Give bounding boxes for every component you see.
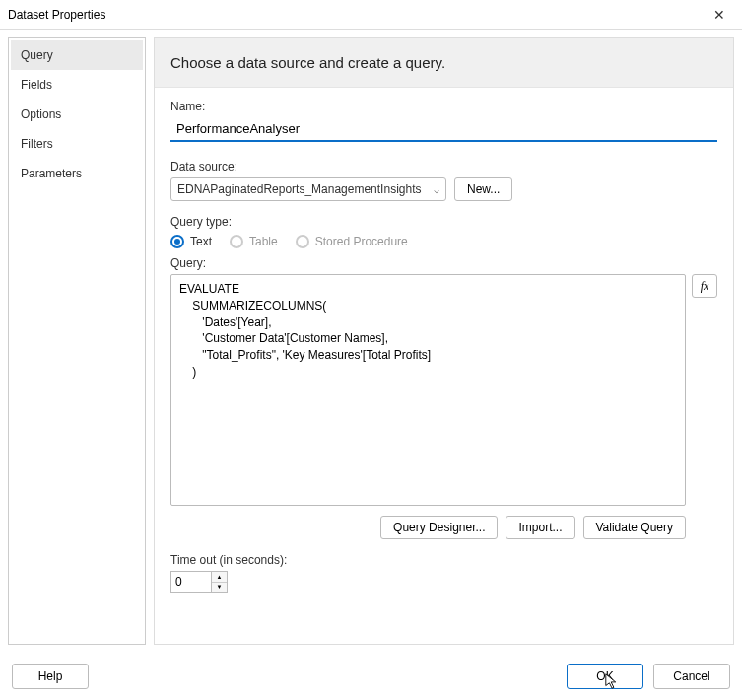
- import-button[interactable]: Import...: [506, 516, 574, 539]
- querytype-text-label: Text: [190, 235, 212, 248]
- help-button[interactable]: Help: [12, 664, 89, 689]
- datasource-label: Data source:: [170, 160, 717, 174]
- close-icon[interactable]: ✕: [705, 7, 734, 23]
- querytype-text-radio[interactable]: Text: [170, 235, 212, 248]
- radio-icon: [170, 235, 184, 248]
- sidebar-item-parameters[interactable]: Parameters: [11, 159, 143, 188]
- querytype-table-radio: Table: [230, 235, 278, 248]
- querytype-stored-label: Stored Procedure: [315, 235, 408, 248]
- dialog-footer: Help OK Cancel: [0, 653, 742, 700]
- ok-button[interactable]: OK: [567, 664, 643, 689]
- sidebar-item-query[interactable]: Query: [11, 40, 143, 70]
- querytype-label: Query type:: [170, 215, 717, 229]
- expression-builder-button[interactable]: fx: [692, 274, 717, 298]
- spinner-up-icon[interactable]: ▲: [212, 572, 227, 583]
- radio-icon: [230, 235, 243, 248]
- query-label: Query:: [170, 256, 717, 270]
- querytype-stored-radio: Stored Procedure: [296, 235, 408, 248]
- chevron-down-icon: ⌵: [434, 184, 439, 195]
- sidebar-item-fields[interactable]: Fields: [11, 70, 143, 100]
- spinner-down-icon[interactable]: ▼: [212, 583, 227, 593]
- page-heading: Choose a data source and create a query.: [155, 38, 733, 88]
- timeout-spinner[interactable]: ▲ ▼: [212, 571, 228, 593]
- sidebar-item-filters[interactable]: Filters: [11, 129, 143, 159]
- sidebar: Query Fields Options Filters Parameters: [8, 37, 146, 645]
- cancel-button[interactable]: Cancel: [653, 664, 730, 689]
- datasource-select[interactable]: EDNAPaginatedReports_ManagementInsights …: [170, 177, 446, 201]
- query-designer-button[interactable]: Query Designer...: [380, 516, 498, 539]
- datasource-value: EDNAPaginatedReports_ManagementInsights: [177, 182, 421, 196]
- new-datasource-button[interactable]: New...: [454, 177, 512, 201]
- validate-query-button[interactable]: Validate Query: [583, 516, 687, 539]
- timeout-label: Time out (in seconds):: [170, 553, 717, 567]
- timeout-input[interactable]: [170, 571, 212, 593]
- window-title: Dataset Properties: [8, 8, 105, 22]
- name-label: Name:: [170, 100, 717, 113]
- radio-icon: [296, 235, 309, 248]
- name-input[interactable]: [170, 117, 717, 142]
- titlebar: Dataset Properties ✕: [0, 0, 742, 30]
- main-panel: Choose a data source and create a query.…: [154, 37, 734, 645]
- query-textarea[interactable]: [170, 274, 686, 506]
- querytype-table-label: Table: [249, 235, 278, 248]
- sidebar-item-options[interactable]: Options: [11, 100, 143, 129]
